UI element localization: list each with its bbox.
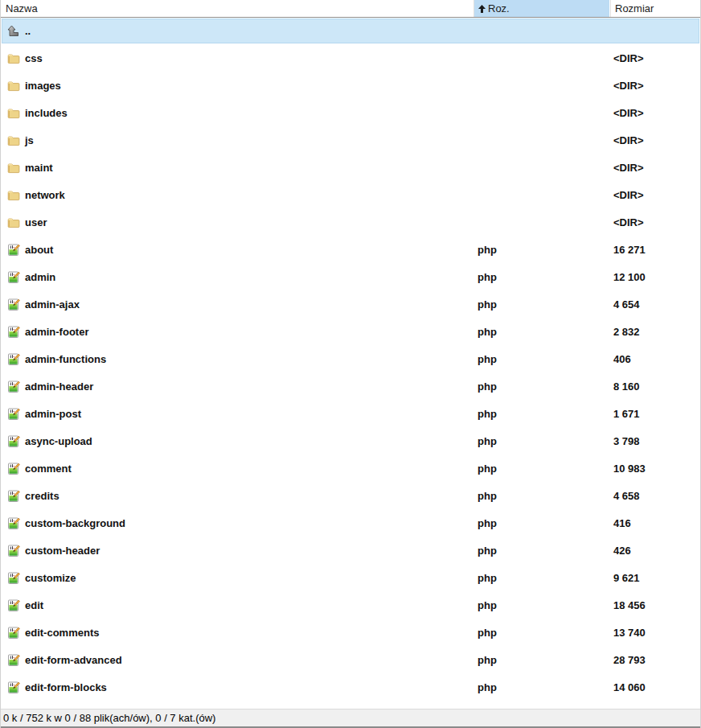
file-extension: php [478,483,497,510]
file-extension: php [478,319,497,346]
folder-row[interactable]: includes <DIR> [1,100,700,127]
php-file-icon [7,681,20,694]
file-size: 18 456 [613,592,646,619]
php-file-icon [7,463,20,475]
file-name: admin [25,264,55,291]
file-size: <DIR> [613,45,644,72]
file-size: 28 793 [613,647,646,674]
file-extension: php [478,510,497,537]
file-size: 406 [613,346,631,373]
file-extension: php [478,236,497,264]
folder-icon [7,216,20,229]
folder-row[interactable]: maint <DIR> [1,154,700,182]
folder-row[interactable]: network <DIR> [1,182,700,209]
php-file-icon [7,435,20,448]
sort-ascending-icon [478,5,486,13]
file-row[interactable]: async-upload php 3 798 [1,428,700,455]
file-row[interactable]: customize php 9 621 [1,565,700,592]
column-header-row: Nazwa Roz. Rozmiar [1,0,700,18]
file-row[interactable]: about php 16 271 [1,236,700,264]
file-name: js [25,127,34,154]
file-name: edit-comments [25,619,99,647]
folder-icon [7,134,20,147]
column-header-size[interactable]: Rozmiar [610,0,700,17]
column-header-name[interactable]: Nazwa [1,0,473,17]
file-row[interactable]: comment php 10 983 [1,455,700,483]
file-size: 12 100 [613,264,646,291]
file-size: <DIR> [613,209,644,236]
column-header-extension-label: Roz. [488,2,510,14]
file-size: 8 160 [613,373,640,401]
file-row[interactable]: edit php 18 456 [1,592,700,619]
file-row[interactable]: credits php 4 658 [1,483,700,510]
folder-icon [7,107,20,120]
file-size: 1 671 [613,401,640,428]
file-extension: php [478,647,497,674]
file-size: <DIR> [613,100,644,127]
php-file-icon [7,654,20,667]
column-header-extension[interactable]: Roz. [473,0,610,17]
file-extension: php [478,346,497,373]
folder-row[interactable]: css <DIR> [1,45,700,72]
file-extension: php [478,373,497,401]
file-name: css [25,45,43,72]
file-name: comment [25,455,72,483]
file-row[interactable]: edit-form-comments php 3 405 [1,701,700,709]
file-name: network [25,182,65,209]
file-extension: php [478,428,497,455]
file-extension: php [478,291,497,319]
file-name: admin-functions [25,346,106,373]
file-row[interactable]: admin php 12 100 [1,264,700,291]
php-file-icon [7,572,20,585]
file-size: 416 [613,510,631,537]
file-size: 14 060 [613,674,646,701]
php-file-icon [7,244,20,257]
file-extension: php [478,674,497,701]
file-extension: php [478,619,497,647]
php-file-icon [7,627,20,640]
file-panel: Nazwa Roz. Rozmiar .. [0,0,701,728]
file-list: .. css <DIR> images <DIR> [1,18,700,709]
file-row[interactable]: custom-background php 416 [1,510,700,537]
file-row[interactable]: admin-header php 8 160 [1,373,700,401]
file-row[interactable]: admin-footer php 2 832 [1,319,700,346]
file-name: images [25,72,61,100]
php-file-icon [7,408,20,421]
file-extension: php [478,455,497,483]
folder-icon [7,162,20,175]
file-row[interactable]: edit-form-advanced php 28 793 [1,647,700,674]
file-name: edit-form-comments [25,701,126,709]
file-size: 3 405 [613,701,640,709]
file-size: 4 658 [613,483,640,510]
folder-icon [7,189,20,202]
folder-row[interactable]: images <DIR> [1,72,700,100]
file-name: maint [25,154,53,182]
folder-icon [7,80,20,93]
file-name: edit-form-advanced [25,647,122,674]
file-name: user [25,209,47,236]
php-file-icon [7,326,20,339]
file-extension: php [478,592,497,619]
php-file-icon [7,517,20,530]
folder-row[interactable]: user <DIR> [1,209,700,236]
file-row[interactable]: admin-functions php 406 [1,346,700,373]
status-bar: 0 k / 752 k w 0 / 88 plik(ach/ów), 0 / 7… [1,709,700,728]
file-name: edit [25,592,43,619]
file-name: custom-background [25,510,125,537]
file-extension: php [478,701,497,709]
file-size: <DIR> [613,72,644,100]
file-row[interactable]: custom-header php 426 [1,537,700,565]
parent-dir-row[interactable]: .. [1,18,700,45]
file-size: 10 983 [613,455,646,483]
file-name: admin-post [25,401,81,428]
file-row[interactable]: edit-comments php 13 740 [1,619,700,647]
file-name: admin-footer [25,319,88,346]
file-extension: php [478,537,497,565]
folder-row[interactable]: js <DIR> [1,127,700,154]
file-row[interactable]: edit-form-blocks php 14 060 [1,674,700,701]
file-name: edit-form-blocks [25,674,107,701]
file-extension: php [478,264,497,291]
column-header-size-label: Rozmiar [615,2,654,14]
file-row[interactable]: admin-ajax php 4 654 [1,291,700,319]
file-row[interactable]: admin-post php 1 671 [1,401,700,428]
